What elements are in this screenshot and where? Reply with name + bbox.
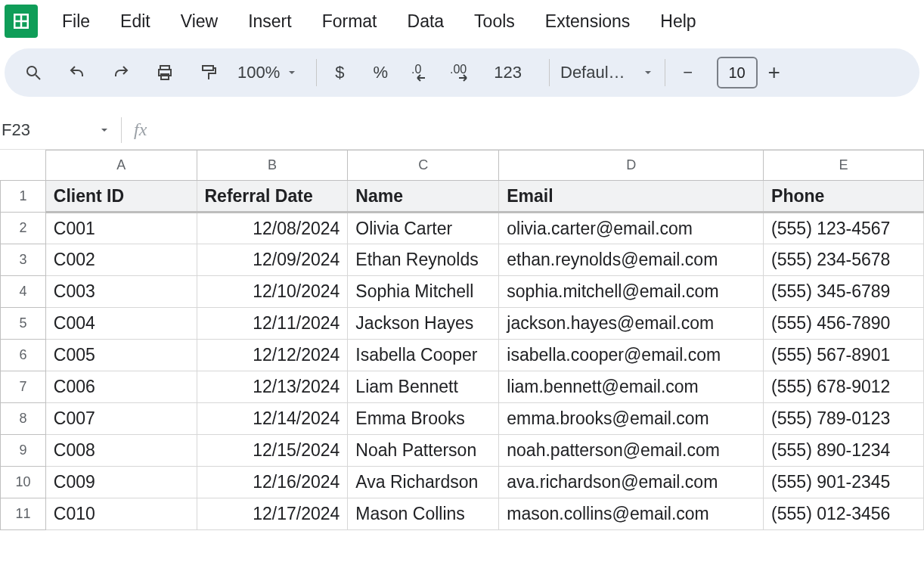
cell-C2[interactable]: Olivia Carter xyxy=(348,213,499,244)
cell-A4[interactable]: C003 xyxy=(45,276,197,308)
cell-A9[interactable]: C008 xyxy=(45,435,197,467)
cell-B4[interactable]: 12/10/2024 xyxy=(197,276,348,308)
row-header-3[interactable]: 3 xyxy=(1,244,46,276)
menu-view[interactable]: View xyxy=(181,11,218,32)
cell-B3[interactable]: 12/09/2024 xyxy=(197,244,348,276)
increase-font-size[interactable]: + xyxy=(768,61,780,85)
cell-B1[interactable]: Referral Date xyxy=(197,181,348,213)
format-currency[interactable]: $ xyxy=(327,63,352,82)
row-header-1[interactable]: 1 xyxy=(1,181,46,213)
row-header-8[interactable]: 8 xyxy=(1,403,46,435)
cell-C7[interactable]: Liam Bennett xyxy=(348,371,499,403)
cell-E5[interactable]: (555) 456-7890 xyxy=(764,308,924,340)
search-button[interactable] xyxy=(18,57,48,88)
cell-D9[interactable]: noah.patterson@email.com xyxy=(499,435,764,467)
decrease-decimal[interactable]: .0 xyxy=(409,63,433,82)
row-header-11[interactable]: 11 xyxy=(1,498,46,530)
cell-C4[interactable]: Sophia Mitchell xyxy=(348,276,499,308)
cell-D1[interactable]: Email xyxy=(499,181,764,213)
cell-E11[interactable]: (555) 012-3456 xyxy=(764,498,924,530)
col-header-D[interactable]: D xyxy=(499,151,764,181)
menu-insert[interactable]: Insert xyxy=(248,11,292,32)
menu-help[interactable]: Help xyxy=(660,11,696,32)
cell-C3[interactable]: Ethan Reynolds xyxy=(348,244,499,276)
menu-format[interactable]: Format xyxy=(322,11,377,32)
name-box[interactable]: F23 xyxy=(0,120,121,140)
cell-E8[interactable]: (555) 789-0123 xyxy=(764,403,924,435)
cell-D10[interactable]: ava.richardson@email.com xyxy=(499,467,764,498)
row-header-6[interactable]: 6 xyxy=(1,340,46,371)
cell-A10[interactable]: C009 xyxy=(45,467,197,498)
cell-E1[interactable]: Phone xyxy=(764,181,924,213)
row-header-10[interactable]: 10 xyxy=(1,467,46,498)
cell-E7[interactable]: (555) 678-9012 xyxy=(764,371,924,403)
font-select[interactable]: Defaul… xyxy=(560,63,654,82)
cell-C1[interactable]: Name xyxy=(348,181,499,213)
col-header-E[interactable]: E xyxy=(764,151,924,181)
cell-D5[interactable]: jackson.hayes@email.com xyxy=(499,308,764,340)
cell-A1[interactable]: Client ID xyxy=(45,181,197,213)
row-header-7[interactable]: 7 xyxy=(1,371,46,403)
cell-A2[interactable]: C001 xyxy=(45,213,197,244)
cell-A7[interactable]: C006 xyxy=(45,371,197,403)
cell-C6[interactable]: Isabella Cooper xyxy=(348,340,499,371)
zoom-select[interactable]: 100% xyxy=(237,63,298,82)
col-header-B[interactable]: B xyxy=(197,151,348,181)
cell-B8[interactable]: 12/14/2024 xyxy=(197,403,348,435)
formula-input[interactable] xyxy=(147,110,924,149)
cell-A5[interactable]: C004 xyxy=(45,308,197,340)
cell-B9[interactable]: 12/15/2024 xyxy=(197,435,348,467)
row-header-2[interactable]: 2 xyxy=(1,213,46,244)
print-button[interactable] xyxy=(150,57,180,88)
select-all-corner[interactable] xyxy=(1,151,46,181)
font-size-input[interactable]: 10 xyxy=(717,57,758,88)
cell-D4[interactable]: sophia.mitchell@email.com xyxy=(499,276,764,308)
sheets-logo[interactable] xyxy=(5,5,38,38)
cell-D8[interactable]: emma.brooks@email.com xyxy=(499,403,764,435)
cell-E3[interactable]: (555) 234-5678 xyxy=(764,244,924,276)
cell-B7[interactable]: 12/13/2024 xyxy=(197,371,348,403)
increase-decimal[interactable]: .00 xyxy=(450,63,477,82)
cell-A3[interactable]: C002 xyxy=(45,244,197,276)
cell-D6[interactable]: isabella.cooper@email.com xyxy=(499,340,764,371)
menu-data[interactable]: Data xyxy=(408,11,445,32)
more-formats[interactable]: 123 xyxy=(494,63,522,82)
cell-D7[interactable]: liam.bennett@email.com xyxy=(499,371,764,403)
cell-C5[interactable]: Jackson Hayes xyxy=(348,308,499,340)
cell-E4[interactable]: (555) 345-6789 xyxy=(764,276,924,308)
col-header-A[interactable]: A xyxy=(45,151,197,181)
cell-E9[interactable]: (555) 890-1234 xyxy=(764,435,924,467)
cell-D11[interactable]: mason.collins@email.com xyxy=(499,498,764,530)
cell-E10[interactable]: (555) 901-2345 xyxy=(764,467,924,498)
cell-D2[interactable]: olivia.carter@email.com xyxy=(499,213,764,244)
cell-A11[interactable]: C010 xyxy=(45,498,197,530)
menu-extensions[interactable]: Extensions xyxy=(545,11,631,32)
spreadsheet-grid[interactable]: A B C D E 1 Client ID Referral Date Name… xyxy=(0,150,924,530)
cell-B11[interactable]: 12/17/2024 xyxy=(197,498,348,530)
cell-C8[interactable]: Emma Brooks xyxy=(348,403,499,435)
row-header-9[interactable]: 9 xyxy=(1,435,46,467)
row-header-5[interactable]: 5 xyxy=(1,308,46,340)
menu-tools[interactable]: Tools xyxy=(474,11,515,32)
cell-E2[interactable]: (555) 123-4567 xyxy=(764,213,924,244)
cell-C11[interactable]: Mason Collins xyxy=(348,498,499,530)
paint-format-button[interactable] xyxy=(194,57,224,88)
cell-C9[interactable]: Noah Patterson xyxy=(348,435,499,467)
cell-B10[interactable]: 12/16/2024 xyxy=(197,467,348,498)
menu-file[interactable]: File xyxy=(62,11,90,32)
cell-A6[interactable]: C005 xyxy=(45,340,197,371)
cell-B6[interactable]: 12/12/2024 xyxy=(197,340,348,371)
cell-B2[interactable]: 12/08/2024 xyxy=(197,213,348,244)
cell-B5[interactable]: 12/11/2024 xyxy=(197,308,348,340)
format-percent[interactable]: % xyxy=(368,63,392,82)
redo-button[interactable] xyxy=(106,57,136,88)
undo-button[interactable] xyxy=(62,57,92,88)
decrease-font-size[interactable]: − xyxy=(676,63,700,82)
cell-A8[interactable]: C007 xyxy=(45,403,197,435)
row-header-4[interactable]: 4 xyxy=(1,276,46,308)
col-header-C[interactable]: C xyxy=(348,151,499,181)
cell-D3[interactable]: ethan.reynolds@email.com xyxy=(499,244,764,276)
menu-edit[interactable]: Edit xyxy=(120,11,150,32)
cell-C10[interactable]: Ava Richardson xyxy=(348,467,499,498)
cell-E6[interactable]: (555) 567-8901 xyxy=(764,340,924,371)
